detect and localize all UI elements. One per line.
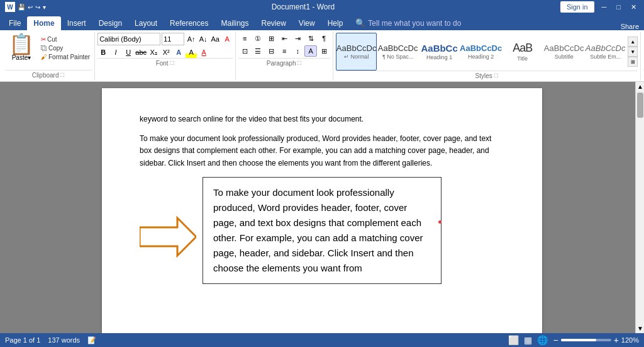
clear-formatting-button[interactable]: A (221, 33, 233, 45)
style-subtitle-preview: AaBbCcDc (544, 43, 584, 54)
tab-mailings[interactable]: Mailings (214, 16, 255, 30)
view-web-icon[interactable]: 🌐 (537, 335, 548, 345)
tab-file[interactable]: File (3, 16, 27, 30)
para-list-row: ≡ ① ⊞ ⇤ ⇥ ⇅ ¶ (238, 33, 330, 44)
customize-icon[interactable]: ▾ (43, 4, 46, 11)
paste-button[interactable]: 📋 Paste▾ (5, 33, 38, 70)
align-center-button[interactable]: ☰ (252, 45, 264, 57)
minimize-button[interactable]: ─ (599, 3, 609, 11)
copy-button[interactable]: ⿻ Copy (39, 44, 92, 52)
document[interactable]: keyword to search online for the video t… (102, 88, 542, 333)
scrollbar[interactable]: ▲ ▼ (635, 82, 644, 333)
word-count: 137 words (48, 336, 80, 344)
format-painter-button[interactable]: 🖌 Format Painter (39, 53, 92, 61)
tab-references[interactable]: References (164, 16, 214, 30)
scissors-icon: ✂ (41, 36, 46, 43)
doc-text-1: keyword to search online for the video t… (140, 113, 504, 125)
paste-icon: 📋 (9, 34, 34, 54)
style-no-spacing-label: ¶ No Spac... (382, 54, 413, 60)
styles-scroll-up[interactable]: ▲ (628, 37, 638, 47)
view-layout-icon[interactable]: ▦ (524, 335, 532, 345)
cut-button[interactable]: ✂ Cut (39, 35, 92, 43)
style-normal-preview: AaBbCcDc (336, 43, 377, 54)
change-case-button[interactable]: Aa (209, 33, 221, 45)
style-title[interactable]: AaB Title (502, 33, 543, 71)
increase-indent-button[interactable]: ⇥ (291, 33, 304, 44)
editing-group: 🔍 Find ▾ ⇄ Replace ⬚ Select ▾ Editing (641, 31, 644, 80)
decrease-font-button[interactable]: A↓ (197, 33, 209, 45)
restore-button[interactable]: □ (614, 3, 623, 11)
tab-layout[interactable]: Layout (128, 16, 164, 30)
subscript-button[interactable]: X₂ (148, 47, 159, 58)
styles-label-bar: Styles ⬚ (336, 71, 638, 79)
title-bar: W 💾 ↩ ↪ ▾ Document1 - Word Sign in ─ □ ✕ (0, 0, 644, 14)
text-effects-button[interactable]: A (173, 47, 184, 58)
share-button[interactable]: Share (621, 23, 639, 30)
bullets-button[interactable]: ≡ (238, 33, 251, 44)
tab-tell-me[interactable]: 🔍 Tell me what you want to do (349, 16, 467, 30)
tab-design[interactable]: Design (92, 16, 128, 30)
underline-button[interactable]: U (123, 47, 134, 58)
sign-in-button[interactable]: Sign in (560, 1, 594, 13)
multilevel-list-button[interactable]: ⊞ (265, 33, 277, 44)
shading-button[interactable]: A (304, 45, 317, 57)
scroll-up-button[interactable]: ▲ (636, 82, 644, 91)
tab-home[interactable]: Home (27, 16, 60, 30)
tab-view[interactable]: View (292, 16, 321, 30)
increase-font-button[interactable]: A↑ (186, 33, 197, 45)
font-expand[interactable]: ⬚ (170, 60, 175, 67)
zoom-fill (561, 339, 596, 341)
show-marks-button[interactable]: ¶ (318, 33, 330, 44)
numbering-button[interactable]: ① (252, 33, 264, 44)
arrow-shape (140, 215, 196, 259)
copy-icon: ⿻ (41, 45, 47, 52)
italic-button[interactable]: I (110, 47, 121, 58)
zoom-slider[interactable] (561, 339, 611, 341)
paragraph-expand[interactable]: ⬚ (297, 60, 302, 67)
style-heading1[interactable]: AaBbCc Heading 1 (419, 33, 460, 71)
font-name-input[interactable] (97, 33, 160, 45)
zoom-in-button[interactable]: + (614, 335, 619, 345)
font-size-input[interactable] (162, 33, 184, 45)
font-name-row: A↑ A↓ Aa A (97, 33, 233, 45)
decrease-indent-button[interactable]: ⇤ (278, 33, 291, 44)
clipboard-expand[interactable]: ⬚ (60, 72, 65, 79)
undo-icon[interactable]: ↩ (28, 4, 33, 11)
styles-expand-button[interactable]: ⊞ (628, 57, 638, 67)
style-heading2[interactable]: AaBbCcDc Heading 2 (460, 33, 501, 71)
line-spacing-button[interactable]: ↕ (291, 45, 304, 57)
proofing-icon: 📝 (87, 336, 96, 344)
save-icon[interactable]: 💾 (18, 4, 25, 11)
borders-button[interactable]: ⊞ (318, 45, 330, 57)
styles-scroll-down[interactable]: ▼ (628, 47, 638, 57)
scroll-down-button[interactable]: ▼ (636, 324, 644, 333)
view-normal-icon[interactable]: ⬜ (508, 335, 519, 345)
tab-review[interactable]: Review (255, 16, 292, 30)
tab-insert[interactable]: Insert (61, 16, 92, 30)
style-title-label: Title (517, 55, 528, 62)
tab-help[interactable]: Help (321, 16, 350, 30)
style-no-spacing[interactable]: AaBbCcDc ¶ No Spac... (377, 33, 418, 71)
text-box-content: To make your document look professionall… (213, 185, 431, 276)
bold-button[interactable]: B (97, 47, 109, 58)
close-button[interactable]: ✕ (628, 3, 639, 11)
style-normal[interactable]: AaBbCcDc ↵ Normal (336, 33, 377, 71)
style-subtitle[interactable]: AaBbCcDc Subtitle (543, 33, 584, 71)
superscript-button[interactable]: X² (160, 47, 172, 58)
zoom-controls: − + 120% (553, 335, 639, 345)
align-left-button[interactable]: ⊡ (238, 45, 251, 57)
zoom-out-button[interactable]: − (553, 335, 558, 345)
align-right-button[interactable]: ⊟ (265, 45, 277, 57)
style-subtle-emphasis[interactable]: AaBbCcDc Subtle Em... (585, 33, 626, 71)
redo-icon[interactable]: ↪ (35, 4, 40, 11)
justify-button[interactable]: ≡ (278, 45, 291, 57)
highlight-button[interactable]: A (186, 47, 197, 58)
strikethrough-button[interactable]: abc (135, 47, 147, 58)
scroll-thumb[interactable] (637, 93, 643, 118)
text-box[interactable]: To make your document look professionall… (203, 177, 441, 284)
style-subtle-emphasis-label: Subtle Em... (590, 54, 621, 60)
sort-button[interactable]: ⇅ (304, 33, 317, 44)
styles-expand[interactable]: ⬚ (494, 72, 499, 79)
clipboard-actions: ✂ Cut ⿻ Copy 🖌 Format Painter (39, 33, 92, 70)
font-color-button[interactable]: A (198, 47, 209, 58)
